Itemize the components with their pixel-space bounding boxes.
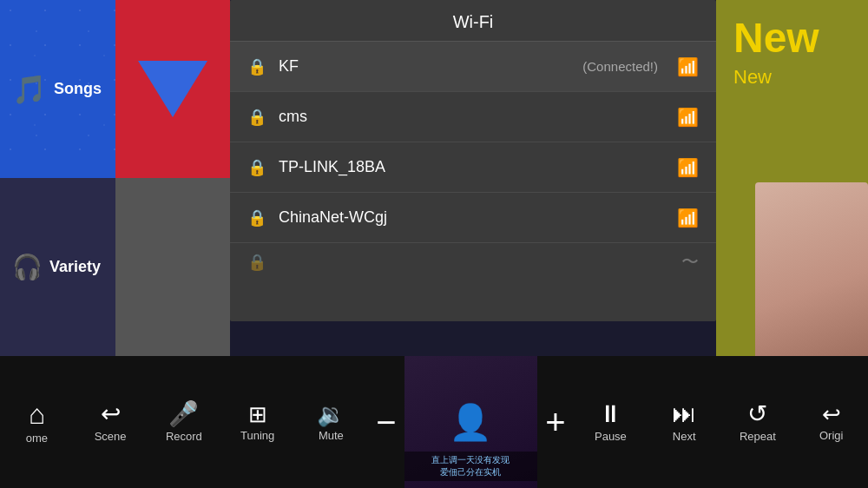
scene-icon: ↩ (101, 402, 121, 426)
wifi-network-tplink[interactable]: 🔒 TP-LINK_18BA 📶 (230, 142, 716, 193)
minus-icon: − (376, 405, 396, 439)
lock-icon-kf: 🔒 (247, 57, 266, 76)
wifi-signal-kf: 📶 (677, 56, 699, 77)
wifi-network-kf[interactable]: 🔒 KF (Connected!) 📶 (230, 42, 716, 92)
tile-variety[interactable]: 🎧 Variety 新 (0, 178, 115, 356)
taskbar-orig[interactable]: ↩ Origi (794, 356, 868, 488)
taskbar-home[interactable]: ⌂ ome (0, 356, 74, 488)
taskbar-tuning[interactable]: ⊞ Tuning (220, 356, 294, 488)
new-tile-title: New (733, 17, 819, 59)
lyrics-line2: 爱佃己分在实机 (410, 466, 532, 478)
taskbar-pause[interactable]: ⏸ Pause (574, 356, 648, 488)
headphone-icon: 🎧 (12, 253, 43, 281)
wifi-name-kf: KF (279, 57, 570, 76)
wifi-signal-cms: 📶 (677, 107, 699, 128)
tuning-icon: ⊞ (248, 403, 267, 425)
wifi-panel: Wi-Fi 🔒 KF (Connected!) 📶 🔒 cms 📶 🔒 TP-L… (230, 0, 716, 321)
home-icon: ⌂ (29, 400, 45, 428)
tile-songs[interactable]: 🎵 Songs (0, 0, 115, 178)
minus-button[interactable]: − (368, 356, 404, 488)
taskbar-mute-label: Mute (319, 429, 344, 442)
pause-icon: ⏸ (598, 402, 622, 426)
taskbar-record[interactable]: 🎤 Record (148, 356, 221, 488)
tile-mini[interactable] (115, 178, 231, 356)
person-image (755, 182, 868, 356)
tile-new[interactable]: New New (716, 0, 868, 356)
wifi-network-partial[interactable]: 🔒 〜 (230, 243, 716, 280)
taskbar-scene[interactable]: ↩ Scene (74, 356, 148, 488)
lock-icon-tplink: 🔒 (247, 158, 266, 177)
lock-icon-cms: 🔒 (247, 108, 266, 127)
wifi-title: Wi-Fi (230, 0, 716, 42)
plus-button[interactable]: + (537, 356, 574, 488)
taskbar-orig-label: Origi (819, 429, 843, 442)
taskbar-mute[interactable]: 🔉 Mute (294, 356, 368, 488)
taskbar-repeat-label: Repeat (740, 430, 776, 443)
wifi-network-cms[interactable]: 🔒 cms 📶 (230, 92, 716, 142)
lyrics-line1: 直上调一天没有发现 (410, 454, 532, 466)
tile-featured[interactable] (115, 0, 231, 178)
wifi-list: 🔒 KF (Connected!) 📶 🔒 cms 📶 🔒 TP-LINK_18… (230, 42, 716, 280)
mute-icon: 🔉 (317, 403, 345, 425)
wifi-signal-partial: 〜 (681, 250, 699, 274)
taskbar-repeat[interactable]: ↺ Repeat (721, 356, 795, 488)
taskbar-tuning-label: Tuning (240, 429, 274, 442)
taskbar: ⌂ ome ↩ Scene 🎤 Record ⊞ Tuning 🔉 Mute −… (0, 356, 868, 488)
repeat-icon: ↺ (747, 402, 767, 426)
wifi-network-chinanet[interactable]: 🔒 ChinaNet-WCgj 📶 (230, 193, 716, 243)
taskbar-next[interactable]: ⏭ Next (648, 356, 721, 488)
wifi-signal-chinanet: 📶 (677, 208, 699, 228)
taskbar-next-label: Next (673, 430, 696, 443)
taskbar-record-label: Record (166, 430, 202, 443)
variety-tile-label: Variety (49, 258, 101, 276)
now-playing: 👤 直上调一天没有发现 爱佃己分在实机 (404, 356, 537, 488)
taskbar-pause-label: Pause (595, 430, 627, 443)
orig-icon: ↩ (822, 403, 841, 425)
taskbar-scene-label: Scene (95, 430, 127, 443)
tiles-area: 🎵 Songs 🎧 Variety 新 (0, 0, 230, 356)
lock-icon-partial: 🔒 (247, 253, 266, 272)
wifi-name-chinanet: ChinaNet-WCgj (279, 208, 665, 227)
lock-icon-chinanet: 🔒 (247, 208, 266, 228)
next-icon: ⏭ (672, 402, 696, 426)
plus-icon: + (545, 405, 565, 439)
wifi-name-cms: cms (279, 108, 665, 126)
wifi-signal-tplink: 📶 (677, 157, 699, 178)
new-tile-badge: New (733, 66, 772, 89)
triangle-icon (138, 61, 207, 117)
wifi-name-tplink: TP-LINK_18BA (279, 158, 665, 176)
microphone-icon: 🎤 (168, 402, 199, 426)
taskbar-home-label: ome (26, 432, 48, 445)
wifi-status-kf: (Connected!) (582, 59, 658, 74)
